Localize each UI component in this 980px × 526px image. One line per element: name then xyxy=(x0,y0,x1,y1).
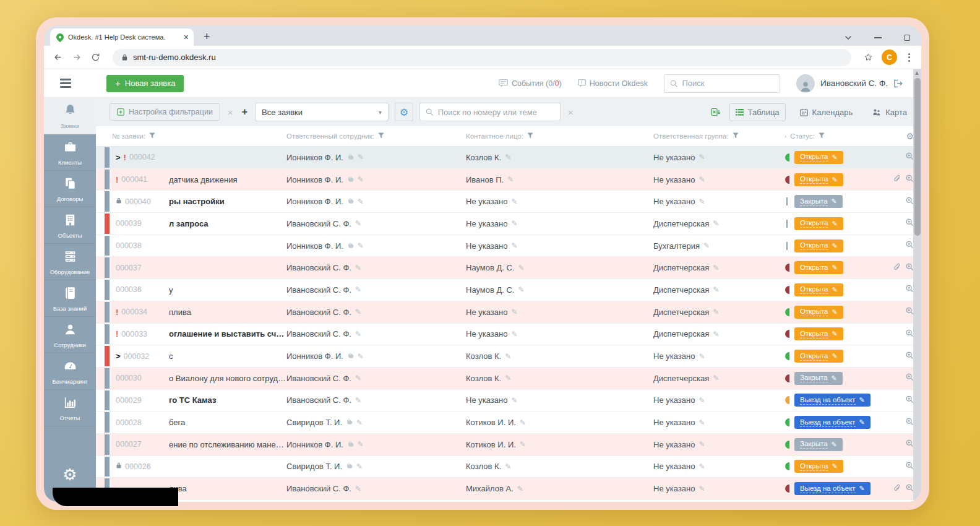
tab-list-chevron-icon[interactable] xyxy=(845,35,852,40)
edit-icon[interactable]: ✎ xyxy=(355,264,361,272)
ticket-row[interactable]: 000036 у Ивановский С. Ф. ✎ Наумов Д. С. xyxy=(96,279,921,301)
maximize-button[interactable] xyxy=(904,35,910,41)
ticket-search-input[interactable] xyxy=(438,108,554,117)
ticket-subject[interactable]: ение по отслеживанию манеры... xyxy=(169,440,286,449)
ticket-subject[interactable]: бега xyxy=(169,418,286,427)
status-badge[interactable]: Открыта ✎ xyxy=(794,239,843,252)
sidebar-item-building[interactable]: Объекты xyxy=(44,207,96,244)
edit-icon[interactable]: ✎ xyxy=(505,352,511,361)
ticket-number[interactable]: 000037 xyxy=(116,264,142,272)
edit-icon[interactable]: ✎ xyxy=(356,418,363,427)
ticket-row[interactable]: лива Ивановский С. Ф. ✎ Михайлов А. ✎ xyxy=(96,478,921,500)
edit-icon[interactable]: ✎ xyxy=(698,440,705,449)
back-icon[interactable] xyxy=(53,52,63,63)
edit-icon[interactable]: ✎ xyxy=(518,264,525,272)
status-badge[interactable]: Выезд на объект ✎ xyxy=(794,482,870,495)
status-badge[interactable]: Закрыта ✎ xyxy=(794,195,843,208)
ticket-number[interactable]: 000029 xyxy=(116,396,142,405)
edit-icon[interactable]: ✎ xyxy=(358,175,364,184)
ticket-number[interactable]: 000041 xyxy=(121,175,147,184)
edit-icon[interactable]: ✎ xyxy=(713,330,719,338)
excel-export-icon[interactable] xyxy=(711,108,721,116)
edit-icon[interactable]: ✎ xyxy=(356,462,363,471)
edit-icon[interactable]: ✎ xyxy=(517,485,523,493)
tab-close-icon[interactable]: × xyxy=(184,33,189,41)
ticket-subject[interactable]: л запроса xyxy=(169,219,286,228)
edit-icon[interactable]: ✎ xyxy=(355,485,361,493)
ticket-row[interactable]: 000028 бега Свиридов Т. И. ✎ Котиков И. … xyxy=(96,412,921,434)
edit-icon[interactable]: ✎ xyxy=(511,241,517,250)
user-menu[interactable]: Ивановский С. Ф. xyxy=(796,74,903,93)
status-badge[interactable]: Открыта ✎ xyxy=(794,306,843,319)
sidebar-item-chart[interactable]: Отчеты xyxy=(44,390,96,426)
view-map-button[interactable]: Карта xyxy=(867,104,913,121)
sidebar-item-gauge[interactable]: Бенчмаркинг xyxy=(44,353,96,390)
edit-icon[interactable]: ✎ xyxy=(698,352,705,361)
edit-icon[interactable]: ✎ xyxy=(518,285,525,294)
hamburger-menu-icon[interactable] xyxy=(60,79,71,87)
url-bar[interactable]: smt-ru-demo.okdesk.ru xyxy=(113,49,851,66)
ticket-subject[interactable]: ры настройки xyxy=(169,197,286,206)
add-filter-icon[interactable]: + xyxy=(241,106,249,118)
sidebar-item-briefcase[interactable]: Клиенты xyxy=(44,134,96,171)
clear-filter-icon[interactable]: × xyxy=(226,107,234,118)
filter-funnel-icon[interactable] xyxy=(378,132,384,140)
edit-icon[interactable]: ✎ xyxy=(698,418,705,427)
browser-tab[interactable]: Okdesk. #1 Help Desk система. × xyxy=(50,28,194,46)
edit-icon[interactable]: ✎ xyxy=(358,352,364,361)
edit-icon[interactable]: ✎ xyxy=(355,219,361,228)
browser-menu-icon[interactable] xyxy=(906,53,913,62)
ticket-number[interactable]: 000039 xyxy=(116,219,142,228)
scrollbar-up-arrow[interactable] xyxy=(915,71,919,75)
edit-icon[interactable]: ✎ xyxy=(358,241,364,250)
ticket-row[interactable]: 000029 го ТС Камаз Ивановский С. Ф. ✎ Не… xyxy=(96,390,921,412)
edit-icon[interactable]: ✎ xyxy=(713,219,719,228)
ticket-number[interactable]: 000034 xyxy=(121,308,147,316)
sidebar-item-person[interactable]: Сотрудники xyxy=(44,317,96,353)
edit-icon[interactable]: ✎ xyxy=(505,462,511,471)
sidebar-item-book[interactable]: База знаний xyxy=(44,280,96,317)
ticket-subject[interactable]: о Виалону для нового сотрудн... xyxy=(169,374,286,383)
ticket-number[interactable]: 000042 xyxy=(129,153,155,162)
status-badge[interactable]: Выезд на объект ✎ xyxy=(794,416,870,429)
status-badge[interactable]: Открыта ✎ xyxy=(794,283,843,296)
edit-icon[interactable]: ✎ xyxy=(703,241,710,250)
ticket-number[interactable]: 000036 xyxy=(116,285,142,294)
reload-icon[interactable] xyxy=(91,53,100,62)
bookmark-star-icon[interactable] xyxy=(864,53,873,62)
ticket-number[interactable]: 000027 xyxy=(116,440,142,449)
edit-icon[interactable]: ✎ xyxy=(505,153,511,162)
scrollbar-thumb[interactable] xyxy=(914,78,921,236)
ticket-number[interactable]: 000030 xyxy=(116,374,142,382)
scroll-arrow-icon[interactable]: › xyxy=(784,133,786,140)
edit-icon[interactable]: ✎ xyxy=(511,219,517,228)
status-badge[interactable]: Открыта ✎ xyxy=(794,151,843,164)
view-table-button[interactable]: Таблица xyxy=(729,103,786,121)
new-tab-button[interactable]: + xyxy=(204,30,210,46)
edit-icon[interactable]: ✎ xyxy=(505,374,511,382)
logout-icon[interactable] xyxy=(893,79,903,88)
edit-icon[interactable]: ✎ xyxy=(355,285,361,294)
status-badge[interactable]: Открыта ✎ xyxy=(794,327,843,340)
sidebar-item-bell[interactable]: Заявки xyxy=(44,98,96,134)
ticket-row[interactable]: ! 000033 оглашение и выставить счет... И… xyxy=(96,324,921,346)
edit-icon[interactable]: ✎ xyxy=(511,197,517,206)
ticket-subject[interactable]: датчика движения xyxy=(169,175,286,184)
ticket-subject[interactable]: оглашение и выставить счет... xyxy=(169,329,286,338)
browser-profile-badge[interactable]: C xyxy=(882,50,897,65)
edit-icon[interactable]: ✎ xyxy=(713,374,719,382)
sidebar-item-equipment[interactable]: Оборудование xyxy=(44,244,96,280)
clear-search-icon[interactable]: × xyxy=(567,107,575,118)
filter-funnel-icon[interactable] xyxy=(733,132,739,140)
edit-icon[interactable]: ✎ xyxy=(358,440,364,449)
page-scrollbar[interactable] xyxy=(913,69,921,502)
ticket-row[interactable]: > ! 000042 Ионников Ф. И. ✎ xyxy=(96,147,921,169)
ticket-number[interactable]: 000032 xyxy=(124,352,150,361)
edit-icon[interactable]: ✎ xyxy=(698,462,705,471)
ticket-subject[interactable]: плива xyxy=(169,308,286,317)
events-link[interactable]: События (0/0) xyxy=(499,79,562,88)
filter-funnel-icon[interactable] xyxy=(527,132,533,140)
minimize-button[interactable] xyxy=(874,37,882,38)
edit-icon[interactable]: ✎ xyxy=(511,308,517,316)
edit-icon[interactable]: ✎ xyxy=(713,264,719,272)
